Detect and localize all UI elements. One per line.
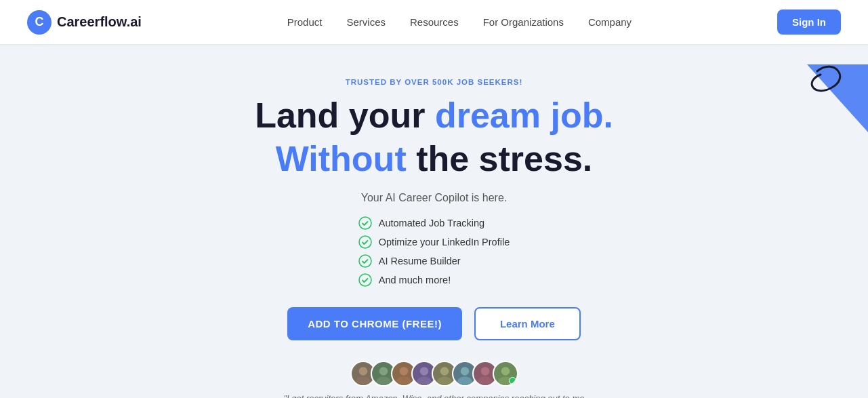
nav-services[interactable]: Services (346, 16, 386, 28)
signin-button[interactable]: Sign In (777, 9, 841, 35)
svg-point-12 (417, 376, 431, 386)
nav-company[interactable]: Company (588, 16, 632, 28)
svg-point-19 (501, 367, 510, 376)
svg-point-6 (356, 376, 370, 386)
svg-point-18 (478, 376, 492, 386)
nav-links: Product Services Resources For Organizat… (287, 16, 632, 28)
svg-point-15 (460, 367, 469, 376)
check-icon-3 (358, 254, 372, 268)
feature-label-4: And much more! (379, 275, 451, 285)
logo-icon: C (27, 10, 51, 35)
svg-point-7 (379, 367, 388, 376)
social-proof-avatars (350, 361, 518, 386)
svg-point-10 (396, 376, 411, 386)
svg-marker-0 (807, 64, 868, 132)
trusted-prefix: TRUSTED BY OVER (346, 78, 432, 86)
online-indicator (510, 378, 516, 384)
feature-item-3: AI Resume Builder (358, 254, 461, 268)
decorative-shape (780, 51, 868, 139)
learn-more-button[interactable]: Learn More (474, 307, 581, 340)
nav-for-organizations[interactable]: For Organizations (483, 16, 564, 28)
svg-point-17 (480, 367, 489, 376)
check-icon-4 (358, 273, 372, 287)
svg-point-9 (399, 367, 408, 376)
trusted-suffix: JOB SEEKERS! (453, 78, 522, 86)
check-icon-2 (358, 235, 372, 249)
feature-item-4: And much more! (358, 273, 451, 287)
svg-point-5 (358, 367, 367, 376)
add-to-chrome-button[interactable]: ADD TO CHROME (FREE!) (287, 307, 462, 340)
headline-2b: the stress. (407, 139, 593, 178)
svg-point-2 (359, 236, 371, 248)
logo-letter: C (35, 15, 44, 29)
trusted-badge: TRUSTED BY OVER 500K JOB SEEKERS! (346, 78, 523, 86)
navbar: C Careerflow.ai Product Services Resourc… (0, 0, 868, 44)
svg-point-1 (359, 217, 371, 229)
svg-point-14 (437, 376, 451, 386)
headline-1b: dream job. (435, 96, 613, 135)
check-icon-1 (358, 216, 372, 230)
svg-point-16 (457, 376, 472, 386)
testimonial-quote: "I got recruiters from Amazon, Wise, and… (265, 393, 604, 398)
svg-point-4 (359, 274, 371, 286)
headline-1a: Land your (255, 96, 435, 135)
feature-item-2: Optimize your LinkedIn Profile (358, 235, 510, 249)
trusted-highlight: 500K (432, 78, 454, 86)
headline-2a: Without (276, 139, 407, 178)
logo-name: Careerflow.ai (57, 14, 142, 30)
svg-point-20 (498, 376, 512, 386)
feature-label-1: Automated Job Tracking (379, 218, 484, 228)
feature-item-1: Automated Job Tracking (358, 216, 484, 230)
svg-point-13 (440, 367, 449, 376)
features-list: Automated Job Tracking Optimize your Lin… (358, 216, 510, 287)
hero-subtext: Your AI Career Copilot is here. (361, 192, 508, 204)
cta-buttons: ADD TO CHROME (FREE!) Learn More (287, 307, 581, 340)
svg-point-11 (419, 367, 428, 376)
avatar-8 (493, 361, 518, 386)
hero-headline-1: Land your dream job. (255, 96, 613, 136)
nav-resources[interactable]: Resources (410, 16, 459, 28)
feature-label-3: AI Resume Builder (379, 256, 461, 266)
nav-product[interactable]: Product (287, 16, 323, 28)
svg-point-8 (376, 376, 390, 386)
hero-section: TRUSTED BY OVER 500K JOB SEEKERS! Land y… (0, 44, 868, 398)
feature-label-2: Optimize your LinkedIn Profile (379, 237, 510, 247)
svg-point-3 (359, 255, 371, 267)
hero-headline-2: Without the stress. (276, 139, 593, 180)
logo-link[interactable]: C Careerflow.ai (27, 10, 142, 35)
